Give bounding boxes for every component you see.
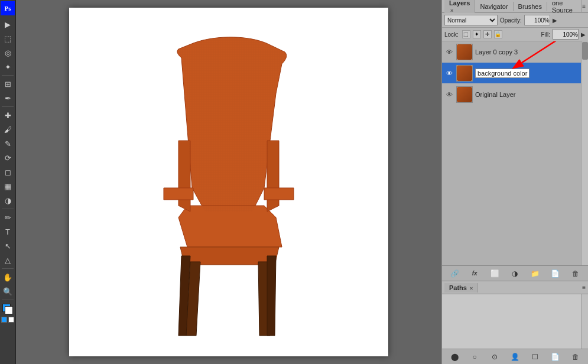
tool-separator-5 bbox=[2, 300, 14, 300]
blend-mode-select[interactable]: Normal Multiply Screen bbox=[444, 15, 498, 25]
tool-clone[interactable]: ✎ bbox=[1, 137, 14, 150]
tool-hand[interactable]: ✋ bbox=[1, 271, 14, 284]
fill-input[interactable] bbox=[553, 29, 579, 40]
right-panel: Layers × Navigator Brushes one Source ≡ … bbox=[441, 0, 588, 364]
opacity-input[interactable] bbox=[524, 15, 550, 25]
delete-layer-btn[interactable]: 🗑 bbox=[570, 268, 581, 280]
foreground-color[interactable] bbox=[2, 304, 13, 314]
layer-thumb-1 bbox=[456, 65, 473, 82]
tab-navigator[interactable]: Navigator bbox=[475, 2, 513, 11]
lock-pixels-btn[interactable]: ⬚ bbox=[462, 30, 470, 38]
chair-image bbox=[87, 22, 371, 342]
tab-paths[interactable]: Paths × bbox=[444, 283, 478, 292]
tab-clone-source[interactable]: one Source bbox=[547, 0, 582, 15]
tool-brush[interactable]: 🖌 bbox=[1, 123, 14, 136]
tab-layers[interactable]: Layers × bbox=[444, 0, 475, 15]
tool-gradient[interactable]: ▦ bbox=[1, 180, 14, 193]
layer-eye-1[interactable]: 👁 bbox=[444, 69, 454, 78]
lock-position-btn[interactable]: ✦ bbox=[473, 30, 481, 38]
mask-path-btn[interactable]: ☐ bbox=[529, 351, 541, 363]
paths-tabs: Paths × ≡ bbox=[442, 281, 588, 294]
fill-label: Fill: bbox=[541, 31, 550, 38]
work-path-btn[interactable]: 👤 bbox=[509, 351, 521, 363]
paths-scrollbar[interactable] bbox=[581, 294, 588, 349]
layer-thumb-2 bbox=[456, 86, 473, 103]
tool-separator-1 bbox=[2, 75, 14, 76]
tool-separator-3 bbox=[2, 209, 14, 209]
layer-eye-2[interactable]: 👁 bbox=[444, 90, 454, 99]
adjustment-btn[interactable]: ◑ bbox=[509, 268, 521, 280]
layers-panel: Layers × Navigator Brushes one Source ≡ … bbox=[442, 0, 588, 281]
fx-btn[interactable]: fx bbox=[469, 268, 480, 280]
tool-separator-2 bbox=[2, 106, 14, 107]
layer-name-0: Layer 0 copy 3 bbox=[475, 48, 579, 56]
layer-name-1[interactable]: background color bbox=[475, 69, 529, 78]
canvas bbox=[69, 8, 388, 356]
delete-path-btn[interactable]: 🗑 bbox=[570, 351, 581, 363]
opacity-arrow[interactable]: ▶ bbox=[553, 17, 557, 24]
tab-brushes[interactable]: Brushes bbox=[514, 2, 547, 11]
layer-thumb-0 bbox=[456, 44, 473, 60]
lock-label: Lock: bbox=[444, 31, 459, 38]
tool-zoom[interactable]: 🔍 bbox=[1, 285, 14, 298]
tool-select-rect[interactable]: ⬚ bbox=[1, 32, 14, 45]
panel-menu-button[interactable]: ≡ bbox=[582, 3, 586, 9]
blend-mode-row: Normal Multiply Screen Opacity: ▶ bbox=[442, 13, 588, 28]
lock-row: Lock: ⬚ ✦ ✛ 🔒 Fill: ▶ bbox=[442, 28, 588, 41]
fill-arrow[interactable]: ▶ bbox=[581, 31, 586, 38]
tool-move[interactable]: ▶ bbox=[1, 18, 14, 31]
paths-empty-area bbox=[442, 294, 581, 349]
mask-btn[interactable]: ⬜ bbox=[489, 268, 501, 280]
ps-logo: Ps bbox=[1, 1, 15, 15]
tool-separator-4 bbox=[2, 268, 14, 269]
tool-eraser[interactable]: ◻ bbox=[1, 165, 14, 178]
opacity-label: Opacity: bbox=[500, 17, 522, 24]
new-path-btn[interactable]: 📄 bbox=[550, 351, 561, 363]
canvas-area bbox=[16, 0, 441, 364]
tool-healing[interactable]: ✚ bbox=[1, 109, 14, 122]
link-layers-btn[interactable]: 🔗 bbox=[449, 268, 460, 280]
color-swap[interactable] bbox=[1, 317, 14, 323]
tool-crop[interactable]: ⊞ bbox=[1, 77, 14, 90]
layer-list: 👁 Layer 0 copy 3 👁 background color bbox=[442, 41, 581, 265]
lock-all-btn[interactable]: 🔒 bbox=[494, 30, 502, 38]
group-btn[interactable]: 📁 bbox=[529, 268, 541, 280]
tool-type[interactable]: T bbox=[1, 225, 14, 238]
tool-lasso[interactable]: ◎ bbox=[1, 46, 14, 59]
stroke-path-btn[interactable]: ○ bbox=[469, 351, 480, 363]
load-path-btn[interactable]: ⊙ bbox=[489, 351, 501, 363]
paths-panel: Paths × ≡ ⬤ ○ ⊙ 👤 ☐ 📄 🗑 bbox=[442, 281, 588, 364]
tool-eyedropper[interactable]: ✒ bbox=[1, 92, 14, 105]
tool-shape[interactable]: △ bbox=[1, 254, 14, 266]
paths-controls: ⬤ ○ ⊙ 👤 ☐ 📄 🗑 bbox=[442, 349, 588, 364]
layer-name-2: Original Layer bbox=[475, 91, 579, 98]
layer-item-2[interactable]: 👁 Original Layer bbox=[442, 84, 581, 105]
paths-tab-close[interactable]: × bbox=[470, 285, 473, 291]
lock-move-btn[interactable]: ✛ bbox=[483, 30, 492, 38]
paths-menu-button[interactable]: ≡ bbox=[582, 284, 586, 291]
tool-history[interactable]: ⟳ bbox=[1, 151, 14, 164]
layer-eye-0[interactable]: 👁 bbox=[444, 47, 454, 57]
layers-content-wrapper: 👁 Layer 0 copy 3 👁 background color bbox=[442, 41, 588, 265]
layer-item-0[interactable]: 👁 Layer 0 copy 3 bbox=[442, 41, 581, 63]
fill-path-btn[interactable]: ⬤ bbox=[449, 351, 460, 363]
new-layer-btn[interactable]: 📄 bbox=[550, 268, 561, 280]
tool-path-select[interactable]: ↖ bbox=[1, 239, 14, 252]
tool-magic-wand[interactable]: ✦ bbox=[1, 60, 14, 73]
paths-content bbox=[442, 294, 588, 349]
tool-dodge[interactable]: ◑ bbox=[1, 194, 14, 207]
tool-pen[interactable]: ✏ bbox=[1, 211, 14, 224]
layer-item-1[interactable]: 👁 background color bbox=[442, 63, 581, 84]
layer-controls: 🔗 fx ⬜ ◑ 📁 📄 🗑 bbox=[442, 265, 588, 281]
toolbar: Ps ▶ ⬚ ◎ ✦ ⊞ ✒ ✚ 🖌 ✎ ⟳ ◻ ▦ ◑ ✏ T ↖ △ ✋ 🔍 bbox=[0, 0, 16, 364]
layers-tab-close[interactable]: × bbox=[450, 8, 453, 14]
layers-scrollbar[interactable] bbox=[581, 41, 588, 265]
panel-tabs: Layers × Navigator Brushes one Source ≡ bbox=[442, 0, 588, 13]
